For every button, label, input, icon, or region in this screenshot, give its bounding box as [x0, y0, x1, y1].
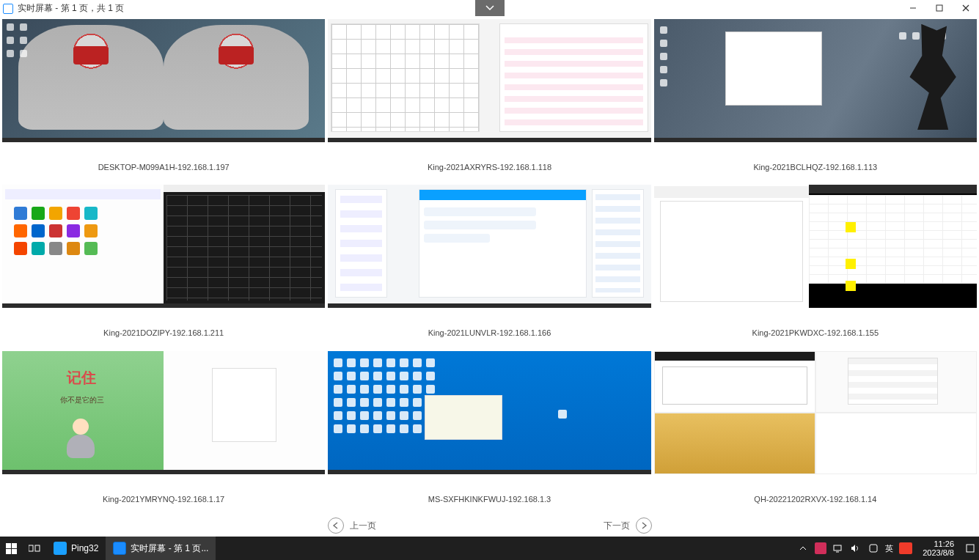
prev-page-button[interactable]: 上一页 — [328, 517, 376, 534]
screen-label: QH-20221202RXVX-192.168.1.14 — [654, 474, 977, 504]
tray-network-icon[interactable] — [832, 542, 844, 554]
task-view-icon — [29, 544, 40, 553]
screen-cell: King-2021BCLHQZ-192.168.1.113 — [654, 19, 977, 182]
screen-label: DESKTOP-M099A1H-192.168.1.197 — [2, 142, 325, 172]
arrow-right-icon — [636, 517, 652, 534]
ping32-icon — [54, 542, 67, 555]
svg-rect-6 — [834, 545, 841, 550]
svg-rect-1 — [936, 5, 942, 11]
tray-chevron-icon[interactable] — [797, 542, 809, 554]
screen-cell: QH-20221202RXVX-192.168.1.14 — [654, 351, 977, 514]
prev-page-label: 上一页 — [350, 520, 376, 532]
minimize-icon — [909, 4, 917, 12]
svg-rect-8 — [870, 545, 877, 552]
poster-subtitle: 你不是它的三 — [60, 395, 104, 405]
screens-grid-area: DESKTOP-M099A1H-192.168.1.197 King-2021A… — [0, 17, 979, 516]
chevron-down-icon — [485, 5, 494, 11]
app-icon — [3, 4, 13, 14]
task-view-button[interactable] — [23, 537, 46, 560]
arrow-left-icon — [328, 517, 344, 534]
taskbar-app-ping32[interactable]: Ping32 — [46, 537, 106, 560]
next-page-button[interactable]: 下一页 — [604, 517, 652, 534]
tray-app2-icon[interactable] — [868, 542, 879, 554]
screen-thumbnail[interactable] — [328, 19, 650, 142]
tray-notifications-icon[interactable] — [964, 542, 976, 554]
realtime-screen-icon — [113, 542, 126, 555]
tray-ime-indicator[interactable]: 英 — [885, 543, 893, 554]
minimize-button[interactable] — [900, 0, 926, 16]
maximize-button[interactable] — [926, 0, 953, 16]
start-button[interactable] — [0, 537, 23, 560]
taskbar-app-label: 实时屏幕 - 第 1 页... — [131, 542, 208, 555]
screen-cell: King-2021PKWDXC-192.168.1.155 — [654, 185, 977, 347]
screen-label: King-2021BCLHQZ-192.168.1.113 — [654, 142, 977, 172]
screen-thumbnail[interactable] — [328, 351, 650, 474]
tray-sogou-icon[interactable] — [899, 542, 912, 554]
svg-rect-4 — [29, 545, 33, 551]
windows-icon — [6, 543, 17, 554]
screen-cell: King-2021AXRYRS-192.168.1.118 — [328, 19, 650, 182]
window-titlebar: 实时屏幕 - 第 1 页，共 1 页 — [0, 0, 979, 17]
taskbar-app-label: Ping32 — [71, 543, 98, 553]
taskbar-clock[interactable]: 11:26 2023/8/8 — [918, 539, 958, 557]
tray-volume-icon[interactable] — [850, 542, 862, 554]
collapse-toolbar-button[interactable] — [475, 0, 505, 16]
taskbar: Ping32 实时屏幕 - 第 1 页... 英 11:26 2023/8/8 — [0, 537, 979, 560]
poster-title: 记住 — [67, 368, 96, 388]
screen-cell: DESKTOP-M099A1H-192.168.1.197 — [2, 19, 325, 182]
screen-label: King-2021LUNVLR-192.168.1.166 — [328, 308, 650, 337]
screen-thumbnail[interactable]: 记住 你不是它的三 — [2, 351, 325, 474]
screen-thumbnail[interactable] — [328, 185, 650, 308]
screen-cell: 记住 你不是它的三 King-2021YMRYNQ-192.168.1.17 — [2, 351, 325, 514]
clock-time: 11:26 — [923, 539, 954, 548]
screen-label: King-2021AXRYRS-192.168.1.118 — [328, 142, 650, 172]
screen-cell: King-2021LUNVLR-192.168.1.166 — [328, 185, 650, 347]
close-button[interactable] — [953, 0, 979, 16]
clock-date: 2023/8/8 — [923, 548, 954, 557]
svg-rect-9 — [967, 545, 974, 552]
screen-label: King-2021DOZIPY-192.168.1.211 — [2, 308, 325, 337]
screen-thumbnail[interactable] — [654, 351, 977, 474]
system-tray: 英 11:26 2023/8/8 — [797, 539, 979, 557]
screen-cell: MS-SXFHKINKFWUJ-192.168.1.3 — [328, 351, 650, 514]
screen-thumbnail[interactable] — [2, 185, 325, 308]
close-icon — [962, 4, 969, 12]
screens-grid: DESKTOP-M099A1H-192.168.1.197 King-2021A… — [2, 19, 977, 514]
screen-label: King-2021YMRYNQ-192.168.1.17 — [2, 474, 325, 504]
pager: 上一页 下一页 — [0, 517, 979, 534]
screen-thumbnail[interactable] — [654, 185, 977, 308]
svg-rect-5 — [35, 545, 40, 551]
screen-thumbnail[interactable] — [2, 19, 325, 142]
window-controls — [900, 0, 979, 16]
screen-label: King-2021PKWDXC-192.168.1.155 — [654, 308, 977, 337]
screen-label: MS-SXFHKINKFWUJ-192.168.1.3 — [328, 474, 650, 504]
maximize-icon — [936, 4, 943, 12]
taskbar-app-realtime-screen[interactable]: 实时屏幕 - 第 1 页... — [106, 537, 216, 560]
screen-thumbnail[interactable] — [654, 19, 977, 142]
window-title: 实时屏幕 - 第 1 页，共 1 页 — [18, 2, 124, 15]
tray-app-icon[interactable] — [815, 542, 826, 554]
next-page-label: 下一页 — [604, 520, 630, 532]
screen-cell: King-2021DOZIPY-192.168.1.211 — [2, 185, 325, 347]
